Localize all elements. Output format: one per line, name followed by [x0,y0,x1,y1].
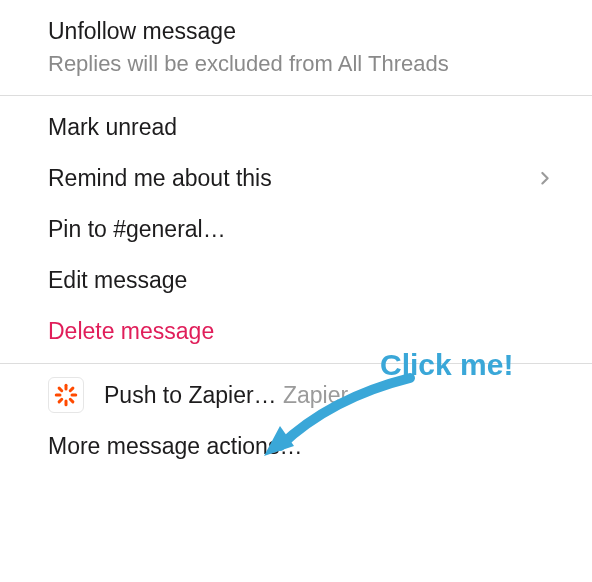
edit-message-label: Edit message [48,267,187,293]
more-message-actions-label: More message actions… [48,433,302,459]
message-actions-menu: Unfollow message Replies will be exclude… [0,0,592,478]
unfollow-message-subtitle: Replies will be excluded from All Thread… [48,49,544,79]
menu-section-3: Push to Zapier… Zapier More message acti… [0,364,592,478]
svg-rect-6 [57,386,64,393]
chevron-right-icon [538,163,552,193]
delete-message-item[interactable]: Delete message [0,306,592,357]
zapier-icon [48,377,84,413]
push-to-zapier-label: Push to Zapier… [104,382,277,408]
unfollow-message-item[interactable]: Unfollow message Replies will be exclude… [0,6,592,89]
svg-rect-4 [68,386,75,393]
edit-message-item[interactable]: Edit message [0,255,592,306]
remind-me-label: Remind me about this [48,165,272,191]
mark-unread-label: Mark unread [48,114,177,140]
pin-to-channel-item[interactable]: Pin to #general… [0,204,592,255]
unfollow-message-label: Unfollow message [48,18,236,44]
remind-me-item[interactable]: Remind me about this [0,153,592,204]
svg-rect-7 [68,398,75,405]
pin-to-channel-label: Pin to #general… [48,216,226,242]
svg-rect-5 [57,398,64,405]
push-to-zapier-app-name: Zapier [283,382,348,408]
svg-rect-3 [71,394,78,397]
svg-rect-0 [65,384,68,391]
menu-section-1: Unfollow message Replies will be exclude… [0,0,592,95]
svg-rect-2 [55,394,62,397]
more-message-actions-item[interactable]: More message actions… [0,421,592,472]
svg-rect-1 [65,400,68,407]
delete-message-label: Delete message [48,318,214,344]
menu-section-2: Mark unread Remind me about this Pin to … [0,96,592,363]
mark-unread-item[interactable]: Mark unread [0,102,592,153]
push-to-zapier-item[interactable]: Push to Zapier… Zapier [0,370,592,421]
